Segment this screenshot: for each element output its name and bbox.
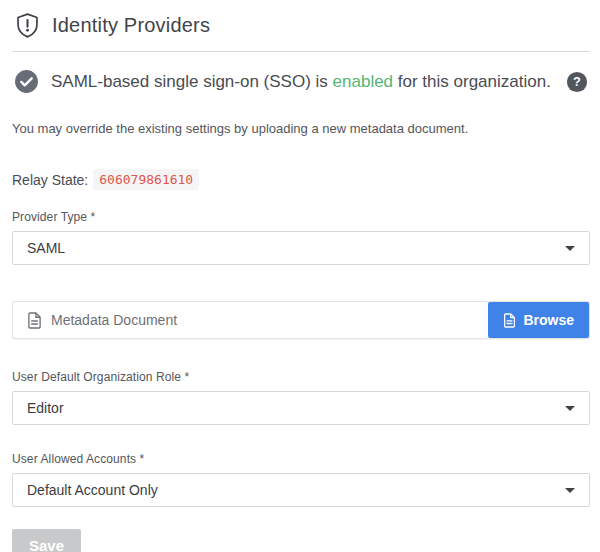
page-title: Identity Providers (52, 14, 210, 37)
metadata-upload-label-group: Metadata Document (27, 312, 177, 329)
status-text-after: for this organization. (393, 72, 551, 91)
allowed-accounts-value: Default Account Only (27, 482, 158, 498)
identity-providers-page: Identity Providers SAML-based single sig… (0, 0, 600, 552)
provider-type-value: SAML (27, 240, 65, 256)
status-enabled-highlight: enabled (333, 72, 394, 91)
org-role-label: User Default Organization Role * (12, 370, 590, 384)
provider-type-select[interactable]: SAML (12, 231, 590, 265)
allowed-accounts-label: User Allowed Accounts * (12, 452, 590, 466)
provider-type-label: Provider Type * (12, 210, 590, 224)
chevron-down-icon (565, 488, 575, 493)
field-org-role: User Default Organization Role * Editor (12, 370, 590, 425)
chevron-down-icon (565, 406, 575, 411)
svg-text:?: ? (573, 74, 581, 89)
metadata-document-label: Metadata Document (51, 312, 177, 328)
save-button[interactable]: Save (12, 529, 81, 552)
org-role-value: Editor (27, 400, 64, 416)
sso-status-row: SAML-based single sign-on (SSO) is enabl… (12, 69, 590, 94)
metadata-upload-field[interactable]: Metadata Document Browse (12, 301, 590, 339)
relay-state-label: Relay State: (12, 172, 88, 188)
browse-button-label: Browse (523, 312, 574, 328)
allowed-accounts-select[interactable]: Default Account Only (12, 473, 590, 507)
page-header: Identity Providers (12, 10, 590, 52)
status-text-before: SAML-based single sign-on (SSO) is (51, 72, 333, 91)
check-circle-icon (14, 69, 39, 94)
sso-status-text: SAML-based single sign-on (SSO) is enabl… (51, 72, 554, 92)
field-allowed-accounts: User Allowed Accounts * Default Account … (12, 452, 590, 507)
shield-exclamation-icon (14, 12, 41, 39)
browse-button[interactable]: Browse (488, 302, 589, 338)
file-upload-icon (503, 313, 516, 328)
question-circle-icon: ? (566, 71, 588, 93)
relay-state-value: 606079861610 (93, 169, 199, 190)
org-role-select[interactable]: Editor (12, 391, 590, 425)
override-hint-text: You may override the existing settings b… (12, 121, 590, 136)
chevron-down-icon (565, 246, 575, 251)
document-icon (27, 312, 42, 329)
relay-state-row: Relay State: 606079861610 (12, 169, 590, 190)
help-button[interactable]: ? (566, 71, 588, 93)
field-provider-type: Provider Type * SAML (12, 210, 590, 265)
